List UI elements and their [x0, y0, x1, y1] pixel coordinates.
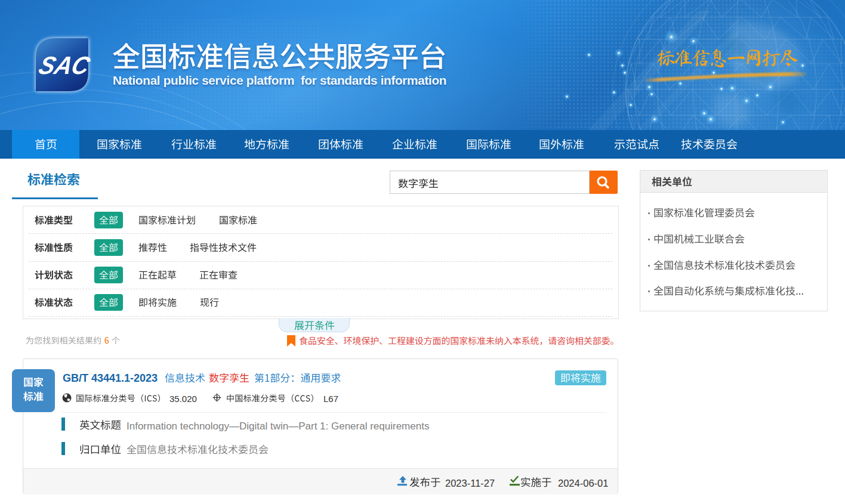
svg-text:SAC: SAC — [36, 51, 94, 79]
